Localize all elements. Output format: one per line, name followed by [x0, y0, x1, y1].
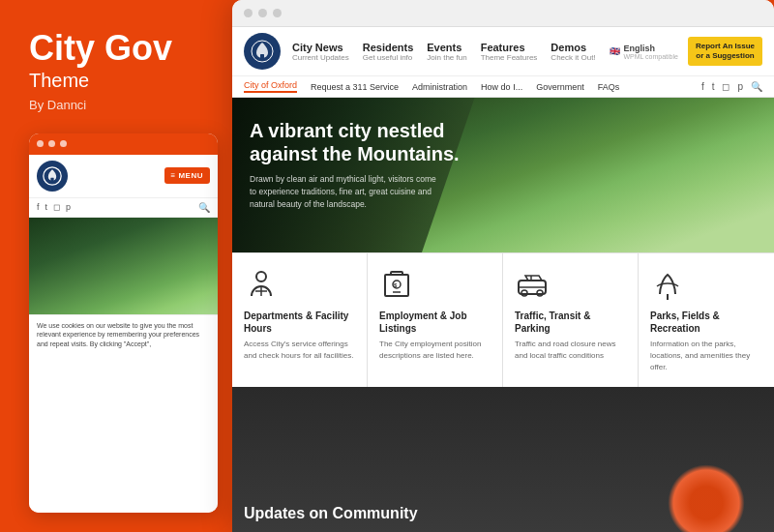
secondary-nav-icons: f t ◻ p 🔍 — [701, 81, 762, 92]
svg-rect-1 — [50, 177, 53, 180]
bottom-heading: Updates on Community — [244, 505, 418, 522]
browser-mockup: City News Current Updates Residents Get … — [232, 0, 774, 532]
nav-city-news[interactable]: City News Current Updates — [292, 42, 349, 62]
theme-title: City Gov Theme — [29, 29, 203, 92]
bottom-decoration-circle — [668, 464, 745, 532]
nav-city-news-label: City News — [292, 42, 349, 53]
svg-point-4 — [256, 272, 266, 281]
browser-dot-3 — [273, 9, 282, 17]
mobile-social-bar: f t ◻ p 🔍 — [29, 198, 218, 218]
departments-desc: Access City's service offerings and chec… — [244, 339, 355, 362]
mobile-search-icon[interactable]: 🔍 — [198, 202, 210, 213]
parks-desc: Information on the parks, locations, and… — [650, 339, 762, 373]
svg-text:$: $ — [394, 282, 398, 288]
sec-nav-oxford[interactable]: City of Oxford — [244, 80, 297, 93]
sec-nav-311[interactable]: Request a 311 Service — [311, 82, 399, 92]
browser-dot-1 — [244, 9, 253, 17]
mobile-cookie-banner: We use cookies on our website to give yo… — [29, 314, 218, 513]
search-nav-icon[interactable]: 🔍 — [751, 81, 762, 92]
nav-city-news-sub: Current Updates — [292, 53, 349, 62]
hero-section: A vibrant city nestled against the Mount… — [232, 98, 774, 252]
service-parks[interactable]: Parks, Fields & Recreation Information o… — [639, 253, 774, 387]
nav-events-sub: Join the fun — [427, 53, 466, 62]
twitter-nav-icon[interactable]: t — [712, 81, 715, 92]
nav-demos[interactable]: Demos Check it Out! — [551, 42, 595, 62]
nav-residents-sub: Get useful info — [363, 53, 414, 62]
mobile-social-icons: f t ◻ p — [37, 202, 71, 212]
nav-features-label: Features — [481, 42, 538, 53]
mobile-logo — [37, 161, 68, 192]
site-header: City News Current Updates Residents Get … — [232, 27, 774, 98]
departments-icon — [244, 267, 279, 302]
mobile-menu-button[interactable]: ≡ MENU — [164, 167, 210, 184]
report-line2: or a Suggestion — [696, 51, 755, 61]
nav-events-label: Events — [427, 42, 466, 53]
cookie-text: We use cookies on our website to give yo… — [37, 322, 199, 348]
mobile-dot-1 — [37, 140, 44, 147]
traffic-desc: Traffic and road closure news and local … — [515, 339, 626, 362]
pinterest-nav-icon[interactable]: p — [737, 81, 743, 92]
report-line1: Report An Issue — [696, 42, 755, 51]
sec-nav-faqs[interactable]: FAQs — [598, 82, 620, 92]
title-line2: Theme — [29, 70, 203, 92]
employment-desc: The City employment position description… — [379, 339, 491, 362]
service-employment[interactable]: $ Employment & Job Listings The City emp… — [368, 253, 503, 387]
nav-features-sub: Theme Features — [481, 53, 538, 62]
facebook-icon[interactable]: f — [37, 202, 40, 212]
nav-residents[interactable]: Residents Get useful info — [363, 42, 414, 62]
departments-title: Departments & Facility Hours — [244, 310, 355, 335]
lang-sub: WPML compatible — [623, 53, 678, 60]
sec-nav-govt[interactable]: Government — [536, 82, 584, 92]
lang-label: English — [623, 44, 678, 53]
nav-right: 🇬🇧 English WPML compatible Report An Iss… — [610, 37, 762, 67]
facebook-nav-icon[interactable]: f — [701, 81, 704, 92]
flag-icon: 🇬🇧 — [610, 46, 620, 56]
mobile-header: ≡ MENU — [29, 155, 218, 198]
twitter-icon[interactable]: t — [45, 202, 48, 212]
hero-text: A vibrant city nestled against the Mount… — [232, 98, 774, 231]
mobile-preview-card: ≡ MENU f t ◻ p 🔍 We use cookies on our w… — [29, 133, 218, 513]
nav-demos-label: Demos — [551, 42, 595, 53]
parks-icon — [650, 267, 685, 302]
nav-features[interactable]: Features Theme Features — [481, 42, 538, 62]
nav-items: City News Current Updates Residents Get … — [292, 42, 598, 62]
language-selector[interactable]: 🇬🇧 English WPML compatible — [610, 44, 678, 60]
nav-demos-sub: Check it Out! — [551, 53, 595, 62]
services-grid: Departments & Facility Hours Access City… — [232, 252, 774, 387]
pinterest-icon[interactable]: p — [66, 202, 71, 212]
mobile-topbar — [29, 133, 218, 155]
browser-dot-2 — [258, 9, 267, 17]
hero-title: A vibrant city nestled against the Mount… — [250, 119, 462, 165]
traffic-icon — [515, 267, 550, 302]
site-logo[interactable] — [244, 33, 281, 70]
mobile-hero-image — [29, 218, 218, 314]
service-departments[interactable]: Departments & Facility Hours Access City… — [232, 253, 368, 387]
nav-residents-label: Residents — [363, 42, 414, 53]
bottom-section: Updates on Community — [232, 387, 774, 532]
author-label: By Dannci — [29, 98, 203, 112]
mobile-dot-3 — [60, 140, 67, 147]
title-line1: City Gov — [29, 29, 203, 68]
instagram-nav-icon[interactable]: ◻ — [722, 81, 729, 92]
parks-title: Parks, Fields & Recreation — [650, 310, 762, 335]
employment-icon: $ — [379, 267, 414, 302]
left-panel: City Gov Theme By Dannci ≡ MENU f t — [0, 0, 223, 532]
bottom-title: Updates on Community — [244, 505, 418, 522]
svg-rect-3 — [260, 54, 264, 58]
report-issue-button[interactable]: Report An Issue or a Suggestion — [688, 37, 762, 67]
primary-nav: City News Current Updates Residents Get … — [232, 27, 774, 75]
instagram-icon[interactable]: ◻ — [53, 202, 60, 212]
service-traffic[interactable]: Traffic, Transit & Parking Traffic and r… — [503, 253, 639, 387]
sec-nav-admin[interactable]: Administration — [412, 82, 467, 92]
secondary-nav: City of Oxford Request a 311 Service Adm… — [232, 75, 774, 97]
nav-events[interactable]: Events Join the fun — [427, 42, 466, 62]
hero-description: Drawn by clean air and mythical light, v… — [250, 173, 443, 210]
mobile-dot-2 — [48, 140, 55, 147]
employment-title: Employment & Job Listings — [379, 310, 491, 335]
sec-nav-howdo[interactable]: How do I... — [481, 82, 522, 92]
traffic-title: Traffic, Transit & Parking — [515, 310, 626, 335]
browser-topbar — [232, 0, 774, 27]
